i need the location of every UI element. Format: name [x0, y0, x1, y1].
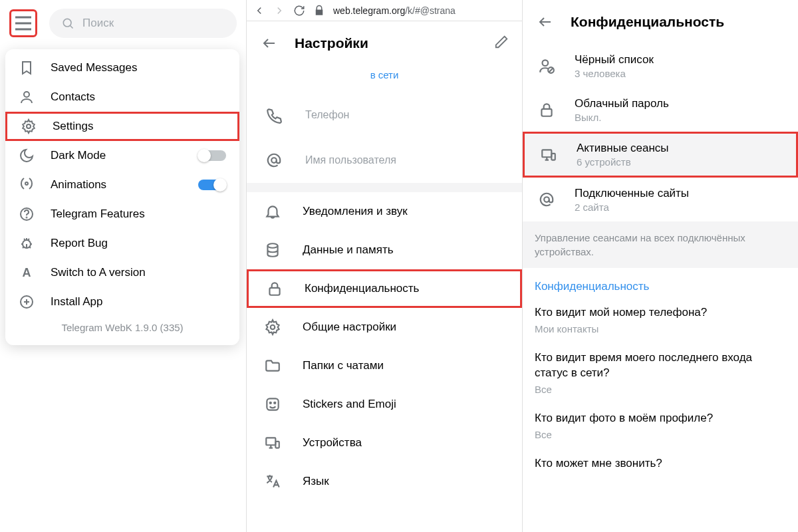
setting-label: Конфиденциальность [305, 282, 419, 295]
setting-label: Устройства [303, 436, 362, 450]
nav-forward-icon[interactable] [273, 5, 285, 17]
devices-icon [539, 146, 558, 164]
version-text: Telegram WebK 1.9.0 (335) [5, 317, 239, 341]
moon-icon [19, 148, 35, 164]
menu-item-label: Switch to A version [51, 266, 146, 279]
menu-item-bug[interactable]: Report Bug [5, 229, 239, 258]
search-icon [61, 17, 74, 30]
setting-label: Уведомления и звук [303, 205, 408, 218]
svg-point-17 [267, 243, 277, 248]
priv-label: Активные сеансы [577, 142, 669, 155]
menu-item-label: Saved Messages [51, 61, 137, 74]
menu-item-bookmark[interactable]: Saved Messages [5, 53, 239, 82]
url-bar[interactable]: web.telegram.org/k/#@strana [333, 5, 456, 16]
search-bar [0, 0, 246, 47]
priv-sub: 3 человека [575, 68, 654, 79]
field-label: Имя пользователя [305, 154, 396, 166]
menu-item-anim[interactable]: Animations [5, 170, 239, 200]
svg-point-6 [27, 124, 31, 128]
at-icon [265, 152, 283, 169]
menu-item-person[interactable]: Contacts [5, 82, 239, 112]
nav-back-icon[interactable] [253, 5, 265, 17]
gear-icon [21, 118, 37, 134]
priv-question[interactable]: Кто видит время моего последнего входа с… [523, 344, 798, 404]
lock-icon [313, 5, 325, 17]
lang-icon [264, 473, 281, 490]
svg-rect-23 [266, 438, 275, 445]
setting-data[interactable]: Данные и память [247, 231, 522, 269]
priv-label: Чёрный список [575, 53, 654, 66]
priv-item-devices[interactable]: Активные сеансы 6 устройств [523, 132, 798, 178]
online-status: в сети [247, 65, 522, 92]
priv-item-at[interactable]: Подключенные сайты 2 сайта [523, 178, 798, 221]
svg-point-21 [270, 402, 271, 404]
bug-icon [19, 235, 35, 251]
search-input-wrap[interactable] [49, 9, 237, 38]
divider [247, 183, 522, 192]
setting-bell[interactable]: Уведомления и звук [247, 192, 522, 231]
anim-icon [19, 177, 35, 193]
main-menu-dropdown: Saved Messages Contacts Settings Dark Mo… [5, 49, 239, 345]
priv-question-value: Все [535, 384, 786, 395]
setting-sticker[interactable]: Stickers and Emoji [247, 385, 522, 424]
bookmark-icon [19, 60, 35, 76]
search-input[interactable] [82, 17, 225, 30]
privacy-panel: Конфиденциальность Чёрный список 3 челов… [522, 0, 798, 532]
menu-item-help[interactable]: Telegram Features [5, 200, 239, 229]
hamburger-menu-button[interactable] [9, 9, 37, 37]
privacy-section-title: Конфиденциальность [523, 268, 798, 299]
menu-item-gear[interactable]: Settings [5, 112, 239, 141]
priv-item-blocklist[interactable]: Чёрный список 3 человека [523, 44, 798, 88]
person-icon [19, 89, 35, 105]
priv-question-label: Кто видит время моего последнего входа с… [535, 350, 786, 381]
priv-question-value: Мои контакты [535, 323, 786, 334]
back-button[interactable] [260, 34, 279, 53]
setting-label: Общие настройки [303, 321, 396, 334]
toggle-anim[interactable] [198, 180, 226, 190]
setting-lock[interactable]: Конфиденциальность [247, 269, 522, 308]
priv-question-label: Кто видит фото в моём профиле? [535, 411, 786, 426]
letterA-icon: A [19, 265, 35, 281]
reload-icon[interactable] [293, 5, 305, 17]
menu-item-moon[interactable]: Dark Mode [5, 141, 239, 170]
priv-question[interactable]: Кто может мне звонить? [523, 450, 798, 481]
toggle-moon[interactable] [198, 150, 226, 161]
setting-folder[interactable]: Папки с чатами [247, 346, 522, 385]
priv-question[interactable]: Кто видит мой номер телефона? Мои контак… [523, 299, 798, 344]
info-text: Управление сеансами на всех подключённых… [523, 221, 798, 268]
priv-question[interactable]: Кто видит фото в моём профиле? Все [523, 404, 798, 450]
gear-icon [264, 319, 281, 336]
sidebar-panel: Saved Messages Contacts Settings Dark Mo… [0, 0, 246, 532]
priv-label: Подключенные сайты [575, 187, 689, 200]
svg-rect-31 [551, 153, 555, 160]
svg-rect-18 [269, 288, 279, 295]
menu-item-label: Animations [51, 178, 106, 192]
setting-lang[interactable]: Язык [247, 462, 522, 501]
back-button[interactable] [536, 13, 555, 31]
phone-icon [265, 106, 283, 124]
svg-rect-24 [275, 442, 279, 448]
svg-point-26 [543, 60, 549, 66]
svg-point-3 [63, 19, 71, 27]
field-phone[interactable]: Телефон [247, 92, 522, 138]
folder-icon [264, 357, 281, 374]
lock-icon [266, 280, 283, 297]
field-at[interactable]: Имя пользователя [247, 138, 522, 183]
priv-label: Облачный пароль [575, 97, 669, 110]
svg-point-19 [271, 325, 275, 330]
svg-line-28 [549, 68, 553, 72]
priv-question-value: Все [535, 429, 786, 440]
setting-label: Stickers and Emoji [303, 398, 396, 411]
menu-item-plus[interactable]: Install App [5, 287, 239, 317]
setting-label: Данные и память [303, 243, 394, 257]
edit-button[interactable] [494, 35, 509, 52]
priv-sub: 6 устройств [577, 156, 669, 168]
svg-point-16 [271, 158, 277, 163]
priv-item-lock[interactable]: Облачный пароль Выкл. [523, 88, 798, 132]
priv-question-label: Кто видит мой номер телефона? [535, 305, 786, 321]
menu-item-letterA[interactable]: A Switch to A version [5, 258, 239, 287]
setting-gear[interactable]: Общие настройки [247, 308, 522, 346]
hamburger-icon [11, 11, 35, 35]
setting-devices[interactable]: Устройства [247, 424, 522, 462]
blocklist-icon [537, 57, 556, 75]
